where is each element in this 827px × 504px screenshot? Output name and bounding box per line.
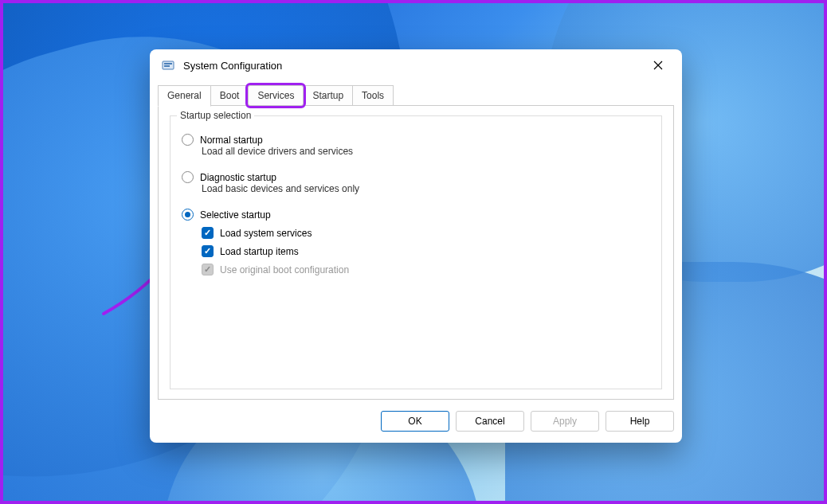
group-title: Startup selection xyxy=(177,110,254,121)
radio-selective-startup[interactable] xyxy=(182,209,194,221)
radio-diagnostic-startup[interactable] xyxy=(182,171,194,183)
cancel-button[interactable]: Cancel xyxy=(456,411,524,432)
radio-label: Selective startup xyxy=(200,209,271,221)
msconfig-icon xyxy=(161,58,175,72)
apply-button: Apply xyxy=(531,411,599,432)
tab-row: General Boot Services Startup Tools xyxy=(158,84,674,105)
ok-button[interactable]: OK xyxy=(381,411,449,432)
svg-rect-2 xyxy=(164,65,170,67)
button-label: Apply xyxy=(553,416,577,427)
button-label: Help xyxy=(630,416,650,427)
tab-label: General xyxy=(167,90,202,101)
system-configuration-dialog: System Configuration General Boot Servic… xyxy=(150,49,682,443)
tab-tools[interactable]: Tools xyxy=(352,85,394,106)
button-label: Cancel xyxy=(475,416,504,427)
tab-label: Tools xyxy=(362,90,384,101)
radio-label: Normal startup xyxy=(200,135,263,146)
button-row: OK Cancel Apply Help xyxy=(150,400,682,443)
close-button[interactable] xyxy=(641,53,676,77)
tab-boot[interactable]: Boot xyxy=(210,85,249,106)
checkbox-load-system-services[interactable] xyxy=(202,227,214,239)
startup-selection-group: Startup selection Normal startup Load al… xyxy=(170,115,662,389)
tab-label: Services xyxy=(257,90,294,101)
radio-label: Diagnostic startup xyxy=(200,172,276,183)
window-title: System Configuration xyxy=(183,60,641,72)
radio-sub: Load basic devices and services only xyxy=(202,183,650,194)
help-button[interactable]: Help xyxy=(606,411,674,432)
titlebar[interactable]: System Configuration xyxy=(150,49,682,81)
checkbox-label: Load system services xyxy=(220,228,312,239)
checkbox-label: Load startup items xyxy=(220,246,299,257)
checkbox-load-startup-items[interactable] xyxy=(202,245,214,257)
tab-startup[interactable]: Startup xyxy=(303,85,353,106)
tab-label: Boot xyxy=(220,90,240,101)
svg-rect-1 xyxy=(164,63,172,64)
radio-sub: Load all device drivers and services xyxy=(202,146,650,157)
tab-label: Startup xyxy=(312,90,343,101)
checkbox-label: Use original boot configuration xyxy=(220,264,349,275)
general-panel: Startup selection Normal startup Load al… xyxy=(158,105,674,400)
close-icon xyxy=(653,61,663,70)
tab-services[interactable]: Services xyxy=(248,85,304,106)
checkbox-use-original-boot xyxy=(202,264,214,275)
radio-normal-startup[interactable] xyxy=(182,134,194,146)
tab-general[interactable]: General xyxy=(158,85,211,107)
button-label: OK xyxy=(408,416,421,427)
